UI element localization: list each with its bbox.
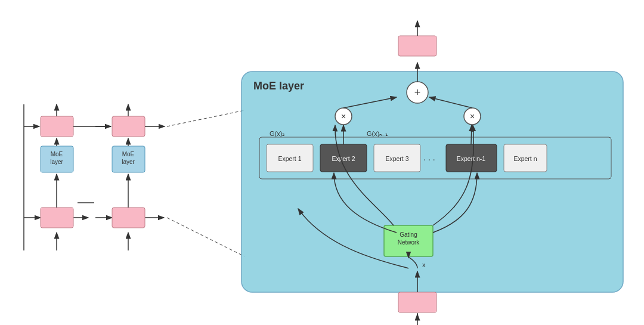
svg-line-27: [167, 110, 244, 126]
svg-text:Expert n-1: Expert n-1: [457, 155, 486, 162]
svg-text:Expert n: Expert n: [513, 155, 537, 162]
svg-line-28: [167, 218, 244, 256]
diagram-container: MoE layer MoE layer MoE layer Expert 1 E…: [0, 0, 644, 325]
svg-rect-52: [398, 36, 436, 56]
svg-text:×: ×: [470, 112, 475, 121]
svg-text:Expert 2: Expert 2: [332, 155, 355, 162]
svg-text:G(x)₂: G(x)₂: [270, 130, 284, 137]
moe-layer-title: MoE layer: [253, 80, 304, 92]
svg-text:MoE: MoE: [122, 151, 135, 157]
svg-rect-17: [41, 116, 73, 137]
svg-line-57: [471, 125, 472, 144]
svg-text:Network: Network: [398, 239, 420, 246]
svg-text:MoE: MoE: [51, 151, 63, 157]
svg-text:· · ·: · · ·: [423, 154, 435, 164]
svg-text:Gating: Gating: [400, 231, 417, 238]
svg-text:×: ×: [341, 112, 346, 121]
svg-text:+: +: [414, 86, 421, 98]
svg-rect-60: [398, 292, 436, 312]
svg-text:x: x: [422, 261, 426, 268]
svg-text:G(x)ₙ₋₁: G(x)ₙ₋₁: [367, 130, 388, 137]
svg-text:Expert 3: Expert 3: [385, 155, 408, 162]
svg-text:layer: layer: [122, 159, 135, 165]
svg-rect-29: [242, 72, 623, 292]
svg-rect-7: [41, 208, 73, 228]
svg-rect-8: [112, 208, 145, 228]
svg-text:layer: layer: [50, 159, 63, 165]
svg-text:Expert 1: Expert 1: [278, 155, 301, 162]
svg-rect-18: [112, 116, 145, 137]
